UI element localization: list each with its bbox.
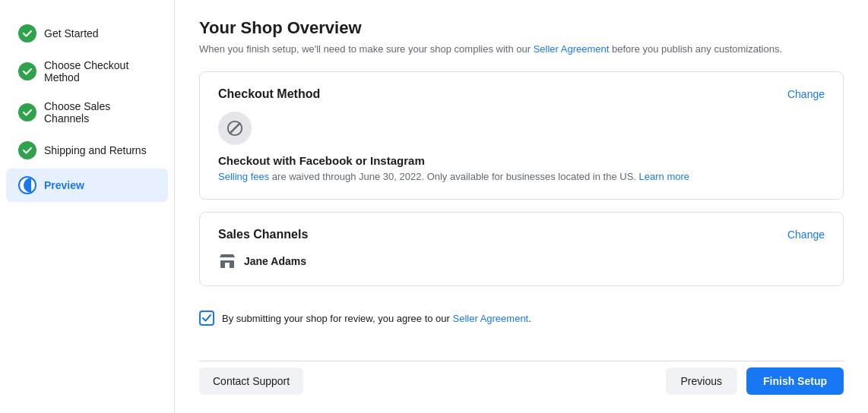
step-icon-preview [18, 176, 36, 194]
learn-more-link[interactable]: Learn more [639, 171, 689, 182]
agreement-checkbox-row: By submitting your shop for review, you … [199, 298, 844, 341]
agreement-label: By submitting your shop for review, you … [222, 313, 531, 324]
sales-channels-card: Sales Channels Change Jane Adams [199, 212, 844, 286]
svg-line-1 [230, 124, 240, 134]
selling-fees-link[interactable]: Selling fees [218, 171, 269, 182]
store-icon [218, 252, 236, 270]
svg-rect-3 [225, 263, 230, 268]
checkout-desc-middle: are waived through June 30, 2022. Only a… [269, 171, 638, 182]
right-buttons: Previous Finish Setup [666, 367, 844, 395]
checkout-change-link[interactable]: Change [787, 88, 825, 100]
subtitle-text-end: before you publish any customizations. [609, 43, 782, 55]
sales-channel-name: Jane Adams [244, 255, 306, 267]
sidebar-label-sales-channels: Choose Sales Channels [44, 100, 156, 125]
sidebar-label-shipping-returns: Shipping and Returns [44, 144, 147, 156]
sidebar: Get Started Choose Checkout Method Choos… [0, 0, 175, 413]
agreement-label-start: By submitting your shop for review, you … [222, 313, 453, 324]
step-icon-shipping-returns [18, 141, 36, 159]
sales-channels-card-title: Sales Channels [218, 228, 308, 241]
sidebar-label-preview: Preview [44, 179, 84, 191]
checkout-method-card: Checkout Method Change Checkout with Fac… [199, 71, 844, 200]
step-icon-get-started [18, 24, 36, 43]
page-title: Your Shop Overview [199, 18, 844, 38]
checkout-card-title: Checkout Method [218, 87, 320, 101]
contact-support-button[interactable]: Contact Support [199, 367, 303, 395]
checkout-method-icon [218, 112, 252, 145]
sidebar-label-get-started: Get Started [44, 27, 99, 39]
agreement-checkbox[interactable] [199, 311, 214, 326]
sidebar-label-checkout-method: Choose Checkout Method [44, 59, 156, 84]
finish-setup-button[interactable]: Finish Setup [746, 367, 844, 395]
sidebar-item-shipping-returns[interactable]: Shipping and Returns [6, 134, 168, 167]
subtitle-text: When you finish setup, we'll need to mak… [199, 43, 534, 55]
previous-button[interactable]: Previous [666, 367, 737, 395]
sales-channels-card-header: Sales Channels Change [218, 228, 825, 241]
subtitle-seller-agreement-link[interactable]: Seller Agreement [534, 43, 610, 55]
checkout-card-header: Checkout Method Change [218, 87, 825, 101]
footer-buttons: Contact Support Previous Finish Setup [199, 361, 844, 395]
step-icon-checkout-method [18, 62, 36, 80]
sales-channels-change-link[interactable]: Change [787, 229, 825, 241]
sales-channel-row: Jane Adams [218, 252, 825, 270]
sidebar-item-checkout-method[interactable]: Choose Checkout Method [6, 52, 168, 91]
page-subtitle: When you finish setup, we'll need to mak… [199, 43, 844, 56]
checkout-method-name: Checkout with Facebook or Instagram [218, 154, 825, 167]
sidebar-item-sales-channels[interactable]: Choose Sales Channels [6, 93, 168, 132]
sidebar-item-get-started[interactable]: Get Started [6, 17, 168, 50]
checkout-description: Selling fees are waived through June 30,… [218, 170, 825, 184]
sidebar-item-preview[interactable]: Preview [6, 169, 168, 202]
agreement-seller-link[interactable]: Seller Agreement [453, 313, 529, 324]
main-content: Your Shop Overview When you finish setup… [175, 0, 868, 413]
step-icon-sales-channels [18, 103, 36, 121]
agreement-label-end: . [528, 313, 531, 324]
